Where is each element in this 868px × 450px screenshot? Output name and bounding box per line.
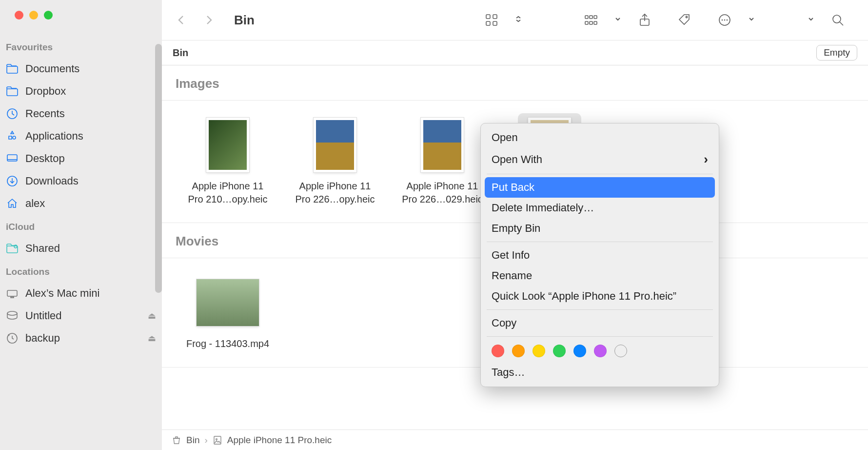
context-menu-item[interactable]: Open: [481, 127, 719, 148]
more-actions-button[interactable]: [715, 10, 734, 30]
share-button[interactable]: [635, 10, 654, 30]
back-button[interactable]: [176, 14, 187, 26]
file-name: Frog - 113403.mp4: [184, 334, 271, 350]
file-item[interactable]: Frog - 113403.mp4: [181, 271, 274, 350]
forward-button[interactable]: [203, 14, 215, 26]
image-file-icon: [213, 435, 222, 445]
tag-color-dot[interactable]: [533, 345, 545, 357]
svg-point-22: [686, 16, 687, 18]
sidebar-item[interactable]: Shared: [0, 237, 162, 260]
sidebar-section-header: Favourites: [0, 35, 162, 58]
sidebar-item-label: backup: [25, 332, 141, 345]
svg-point-30: [216, 438, 217, 440]
context-menu-separator: [487, 336, 713, 337]
tag-color-dot[interactable]: [492, 345, 504, 357]
empty-bin-button[interactable]: Empty: [816, 45, 857, 61]
file-item[interactable]: Apple iPhone 11 Pro 226…029.heic: [396, 113, 489, 206]
tag-color-dot[interactable]: [614, 345, 627, 357]
context-menu-item[interactable]: Put Back: [485, 177, 715, 198]
svg-rect-19: [590, 21, 592, 24]
sidebar-scrollbar[interactable]: [155, 44, 162, 293]
file-thumbnail: [303, 113, 367, 177]
sidebar-item-label: Downloads: [25, 175, 156, 187]
context-menu-item-label: Open: [492, 131, 518, 144]
file-thumbnail: [196, 271, 259, 334]
minimize-window-button[interactable]: [29, 11, 38, 20]
context-menu-item[interactable]: Quick Look “Apple iPhone 11 Pro.heic”: [481, 286, 719, 307]
sidebar-section-header: Locations: [0, 260, 162, 282]
sidebar-item-label: alex: [25, 197, 156, 210]
sidebar-item-label: Untitled: [25, 309, 141, 322]
timemachine-icon: [6, 332, 19, 345]
tags-button[interactable]: [675, 10, 694, 30]
svg-rect-16: [590, 16, 592, 19]
path-crumb[interactable]: Apple iPhone 11 Pro.heic: [227, 435, 332, 446]
close-window-button[interactable]: [15, 11, 23, 20]
svg-rect-5: [7, 246, 18, 253]
group-by-button[interactable]: [581, 10, 601, 30]
eject-icon[interactable]: ⏏: [148, 310, 156, 321]
file-item[interactable]: Apple iPhone 11 Pro 226…opy.heic: [289, 113, 381, 206]
search-button[interactable]: [828, 10, 848, 30]
computer-icon: [6, 287, 19, 300]
tag-color-dot[interactable]: [594, 345, 607, 357]
desktop-icon: [6, 152, 19, 165]
location-title: Bin: [173, 47, 188, 59]
folder-icon: [6, 85, 19, 98]
tag-color-dot[interactable]: [573, 345, 586, 357]
sidebar-item-label: Recents: [25, 107, 156, 120]
sidebar-item[interactable]: Documents: [0, 58, 162, 80]
trash-icon: [172, 435, 181, 445]
sidebar-item[interactable]: Applications: [0, 125, 162, 147]
sidebar-item[interactable]: alex: [0, 192, 162, 215]
context-menu-item-label: Delete Immediately…: [492, 202, 594, 214]
sidebar-item[interactable]: Dropbox: [0, 80, 162, 102]
tag-color-dot[interactable]: [512, 345, 525, 357]
sidebar-item[interactable]: Recents: [0, 102, 162, 125]
tag-color-dot[interactable]: [553, 345, 566, 357]
context-menu-item[interactable]: Get Info: [481, 245, 719, 266]
sidebar-item[interactable]: backup⏏: [0, 327, 162, 349]
file-name: Apple iPhone 11 Pro 226…029.heic: [396, 177, 489, 206]
file-name: Apple iPhone 11 Pro 210…opy.heic: [181, 177, 274, 206]
group-header: Images: [162, 65, 868, 101]
location-bar: Bin Empty: [162, 40, 868, 65]
sidebar-item[interactable]: Alex’s Mac mini: [0, 282, 162, 305]
sidebar-section-header: iCloud: [0, 215, 162, 237]
context-menu-item[interactable]: Empty Bin: [481, 218, 719, 239]
sidebar-item[interactable]: Downloads: [0, 170, 162, 192]
file-name: Apple iPhone 11 Pro 226…opy.heic: [289, 177, 381, 206]
file-thumbnail: [411, 113, 474, 177]
path-separator-icon: ›: [204, 435, 207, 446]
context-menu-item[interactable]: Tags…: [481, 362, 719, 383]
home-icon: [6, 197, 19, 210]
context-menu-item-label: Put Back: [492, 181, 534, 194]
eject-icon[interactable]: ⏏: [148, 333, 156, 344]
clock-icon: [6, 107, 19, 120]
zoom-window-button[interactable]: [44, 11, 53, 20]
context-menu-item-label: Tags…: [492, 366, 525, 379]
path-crumb[interactable]: Bin: [186, 435, 199, 446]
sidebar-item[interactable]: Untitled⏏: [0, 305, 162, 327]
view-updown-icon[interactable]: [515, 16, 522, 24]
context-menu-item-label: Get Info: [492, 249, 530, 262]
window-controls: [0, 11, 162, 35]
file-thumbnail: [196, 113, 259, 177]
file-item[interactable]: Apple iPhone 11 Pro 210…opy.heic: [181, 113, 274, 206]
svg-rect-20: [594, 21, 597, 24]
sidebar-item-label: Desktop: [25, 152, 156, 165]
context-menu-item[interactable]: Delete Immediately…: [481, 198, 719, 218]
svg-rect-13: [486, 21, 490, 25]
context-menu-item[interactable]: Copy: [481, 313, 719, 333]
context-menu-item-label: Rename: [492, 269, 532, 282]
group-by-caret-icon[interactable]: [614, 16, 621, 24]
svg-rect-14: [493, 21, 497, 25]
context-menu-item[interactable]: Open With›: [481, 148, 719, 171]
sidebar-item[interactable]: Desktop: [0, 147, 162, 170]
apps-icon: [6, 130, 19, 143]
view-icon-mode-button[interactable]: [482, 10, 501, 30]
toolbar-overflow-icon[interactable]: [808, 16, 814, 24]
disk-icon: [6, 309, 19, 322]
context-menu-item[interactable]: Rename: [481, 266, 719, 286]
more-actions-caret-icon[interactable]: [748, 16, 755, 24]
